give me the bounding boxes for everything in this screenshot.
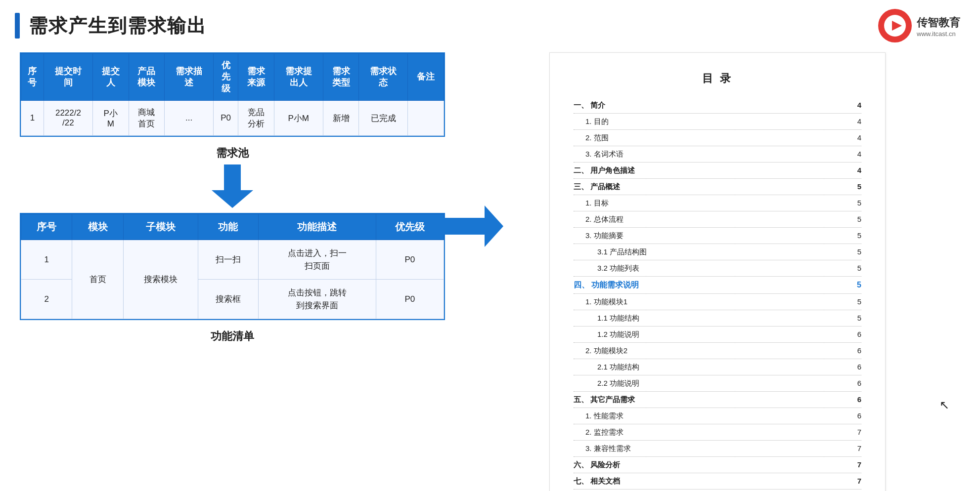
doc-entry-flow: 2. 总体流程 5 — [574, 211, 861, 228]
feat-td-desc-1: 点击进入，扫一扫页面 — [259, 240, 376, 280]
feat-td-seq-2: 2 — [21, 280, 72, 319]
req-table-row: 1 2222/2/22 P小M 商城首页 ... P0 竞品分析 P小M 新增 … — [21, 101, 444, 136]
feat-th-feature: 功能 — [198, 214, 258, 240]
doc-entry-m2-desc: 2.2 功能说明 6 — [574, 375, 861, 392]
feat-header-row: 序号 模块 子模块 功能 功能描述 优先级 — [21, 214, 444, 240]
doc-entry-scope: 2. 范围 4 — [574, 130, 861, 146]
doc-entry-risk: 六、 风险分析 7 — [574, 457, 861, 473]
feat-td-desc-2: 点击按钮，跳转到搜索界面 — [259, 280, 376, 319]
doc-entry-module1: 1. 功能模块1 5 — [574, 294, 861, 310]
req-th-proposer: 需求提出人 — [274, 54, 323, 101]
req-th-source: 需求来源 — [238, 54, 274, 101]
req-td-seq: 1 — [21, 101, 44, 136]
doc-entry-perf: 1. 性能需求 6 — [574, 408, 861, 424]
arrow-right-body — [435, 218, 485, 235]
feat-row-1: 1 首页 搜索模块 扫一扫 点击进入，扫一扫页面 P0 — [21, 240, 444, 280]
arrow-section: 需求池 — [20, 146, 445, 208]
doc-entry-m1-desc: 1.2 功能说明 6 — [574, 327, 861, 343]
doc-entry-compat: 3. 兼容性需求 7 — [574, 441, 861, 457]
feat-th-seq: 序号 — [21, 214, 72, 240]
req-td-priority: P0 — [214, 101, 238, 136]
blue-bar-icon — [15, 13, 20, 39]
req-td-desc: ... — [165, 101, 214, 136]
feat-th-priority: 优先级 — [376, 214, 444, 240]
req-td-person: P小M — [93, 101, 129, 136]
main-content: 序号 提交时间 提交人 产品模块 需求描述 优先级 需求来源 需求提出人 需求类… — [0, 47, 980, 491]
cursor-icon: ↖ — [939, 398, 949, 412]
doc-entry-func-req: 四、 功能需求说明 5 — [574, 277, 861, 294]
doc-title: 目 录 — [574, 68, 861, 89]
doc-entry-m1-struct: 1.1 功能结构 5 — [574, 310, 861, 327]
feat-td-priority-1: P0 — [376, 240, 444, 280]
feat-td-feat-1: 扫一扫 — [198, 240, 258, 280]
doc-entry-structure-chart: 3.1 产品结构图 5 — [574, 244, 861, 260]
page-title: 需求产生到需求输出 — [29, 13, 207, 39]
req-table-header-row: 序号 提交时间 提交人 产品模块 需求描述 优先级 需求来源 需求提出人 需求类… — [21, 54, 444, 101]
doc-entry-product-overview: 三、 产品概述 5 — [574, 179, 861, 195]
feat-list-table: 序号 模块 子模块 功能 功能描述 优先级 1 首页 搜索模块 扫一扫 点击进入 — [21, 214, 444, 319]
req-td-time: 2222/2/22 — [44, 101, 92, 136]
feat-th-module: 模块 — [72, 214, 123, 240]
doc-entry-feature-list: 3.2 功能列表 5 — [574, 260, 861, 277]
req-td-note — [408, 101, 444, 136]
left-section: 序号 提交时间 提交人 产品模块 需求描述 优先级 需求来源 需求提出人 需求类… — [20, 52, 445, 491]
doc-entry-related: 七、 相关文档 7 — [574, 473, 861, 490]
req-th-type: 需求类型 — [323, 54, 359, 101]
req-td-proposer: P小M — [274, 101, 323, 136]
doc-entry-summary: 3. 功能摘要 5 — [574, 228, 861, 244]
feat-th-submodule: 子模块 — [123, 214, 198, 240]
doc-entry-goal: 1. 目标 5 — [574, 195, 861, 211]
doc-area: 目 录 一、 简介 4 1. 目的 4 2. 范围 4 3. 名词术语 4 二、… — [549, 52, 886, 491]
logo-name: 传智教育 — [917, 15, 960, 30]
doc-entry-monitor: 2. 监控需求 7 — [574, 424, 861, 441]
right-section: 目 录 一、 简介 4 1. 目的 4 2. 范围 4 3. 名词术语 4 二、… — [475, 52, 960, 491]
logo-url: www.itcast.cn — [917, 30, 960, 38]
arrow-right-head — [485, 205, 503, 247]
req-td-source: 竞品分析 — [238, 101, 274, 136]
feat-td-module-1: 首页 — [72, 240, 123, 319]
req-th-priority: 优先级 — [214, 54, 238, 101]
req-th-note: 备注 — [408, 54, 444, 101]
doc-entry-intro: 一、 简介 4 — [574, 97, 861, 114]
req-pool-table: 序号 提交时间 提交人 产品模块 需求描述 优先级 需求来源 需求提出人 需求类… — [21, 53, 444, 136]
req-td-module: 商城首页 — [129, 101, 165, 136]
feat-td-submodule-1: 搜索模块 — [123, 240, 198, 319]
logo-icon — [878, 9, 912, 42]
req-th-person: 提交人 — [93, 54, 129, 101]
req-pool-label: 需求池 — [216, 146, 249, 161]
doc-entry-other-req: 五、 其它产品需求 6 — [574, 392, 861, 408]
header-left: 需求产生到需求输出 — [15, 13, 207, 39]
req-th-desc: 需求描述 — [165, 54, 214, 101]
req-th-seq: 序号 — [21, 54, 44, 101]
req-th-time: 提交时间 — [44, 54, 92, 101]
logo-area: 传智教育 www.itcast.cn — [878, 9, 960, 42]
right-arrow-area — [435, 205, 503, 247]
req-th-module: 产品模块 — [129, 54, 165, 101]
doc-entry-module2: 2. 功能模块2 6 — [574, 343, 861, 359]
header: 需求产生到需求输出 传智教育 www.itcast.cn — [0, 0, 980, 47]
doc-entry-m2-struct: 2.1 功能结构 6 — [574, 359, 861, 375]
req-td-status: 已完成 — [359, 101, 408, 136]
feat-td-feat-2: 搜索框 — [198, 280, 258, 319]
feat-table-wrapper: 序号 模块 子模块 功能 功能描述 优先级 1 首页 搜索模块 扫一扫 点击进入 — [20, 213, 445, 320]
feat-th-desc: 功能描述 — [259, 214, 376, 240]
feat-td-seq-1: 1 — [21, 240, 72, 280]
doc-entry-terms: 3. 名词术语 4 — [574, 146, 861, 163]
req-th-status: 需求状态 — [359, 54, 408, 101]
feat-list-label: 功能清单 — [20, 329, 445, 344]
feat-td-priority-2: P0 — [376, 280, 444, 319]
arrow-down-body — [224, 164, 241, 190]
req-table-wrapper: 序号 提交时间 提交人 产品模块 需求描述 优先级 需求来源 需求提出人 需求类… — [20, 52, 445, 137]
req-td-type: 新增 — [323, 101, 359, 136]
doc-entry-purpose: 1. 目的 4 — [574, 114, 861, 130]
doc-entry-user-roles: 二、 用户角色描述 4 — [574, 163, 861, 179]
arrow-down-head — [212, 190, 253, 208]
